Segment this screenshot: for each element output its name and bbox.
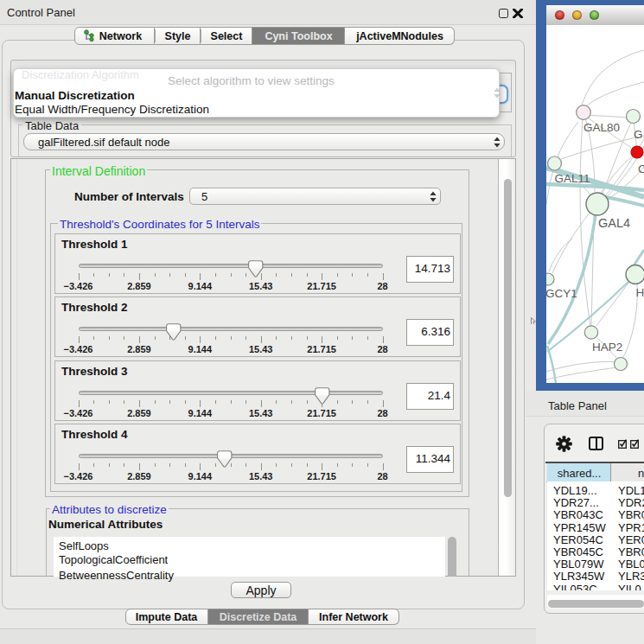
svg-text:H: H xyxy=(636,286,644,299)
svg-text:G.: G. xyxy=(634,128,644,141)
svg-text:GAL11: GAL11 xyxy=(555,172,590,185)
svg-text:GAL4: GAL4 xyxy=(598,216,630,230)
svg-text:C: C xyxy=(638,163,644,175)
svg-text:GAL80: GAL80 xyxy=(583,121,620,134)
svg-text:HAP2: HAP2 xyxy=(592,341,622,354)
svg-text:GCY1: GCY1 xyxy=(546,287,577,300)
